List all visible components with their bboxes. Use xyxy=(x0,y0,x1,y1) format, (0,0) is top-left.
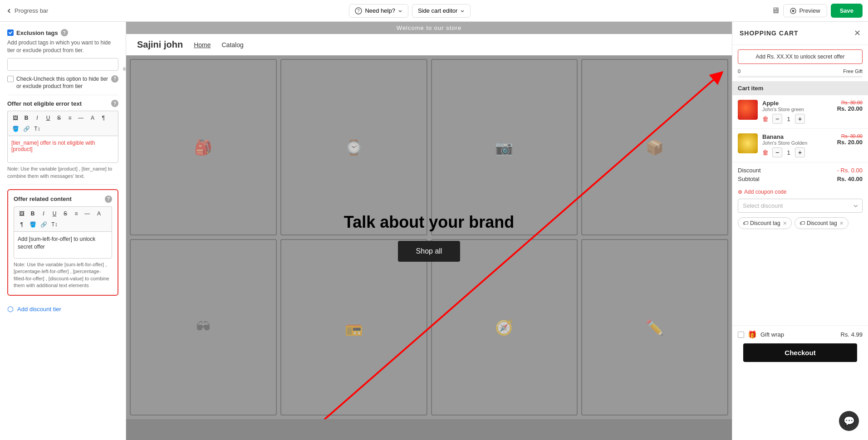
add-discount-tier-button[interactable]: ⬡ Add discount tier xyxy=(7,301,118,317)
sketch-compass: 🧭 xyxy=(431,239,578,416)
offer-text-editor[interactable]: Add [sum-left-for-offer] to unlock secre… xyxy=(14,231,112,259)
hero-text: Talk about your brand Shop all xyxy=(344,213,514,262)
hero-shop-all-button[interactable]: Shop all xyxy=(398,241,461,262)
toolbar-image-btn[interactable]: 🖼 xyxy=(10,113,20,123)
apple-pricing: Rs. 30.00 Rs. 20.00 xyxy=(837,100,863,112)
offer-toolbar-para-btn[interactable]: ¶ xyxy=(17,220,27,230)
toolbar-align-btn[interactable]: ≡ xyxy=(65,113,75,123)
checkout-button[interactable]: Checkout xyxy=(743,343,857,362)
tag-1-close[interactable]: × xyxy=(783,220,787,227)
welcome-banner: Welcome to our store xyxy=(126,22,732,34)
banana-img-visual xyxy=(738,133,758,153)
back-button[interactable]: Progress bar xyxy=(5,7,48,15)
apple-item-qty: 🗑 − 1 + xyxy=(762,114,833,124)
discount-tag-2[interactable]: 🏷 Discount tag × xyxy=(794,217,848,229)
progress-left: 0 xyxy=(738,68,740,74)
apple-qty-num: 1 xyxy=(784,116,793,122)
progress-labels: 0 Free Gift xyxy=(738,68,863,74)
sketch-misc: 📦 xyxy=(581,59,728,235)
apple-item-store: John's Store green xyxy=(762,107,833,112)
discount-tag-1[interactable]: 🏷 Discount tag × xyxy=(738,217,792,229)
offer-toolbar-t-btn[interactable]: T↕ xyxy=(49,220,59,230)
cart-item-banana: Banana John's Store Golden 🗑 − 1 + Rs. 3… xyxy=(732,129,868,162)
tag-2-close[interactable]: × xyxy=(840,220,843,227)
offer-toolbar-align-btn[interactable]: ≡ xyxy=(71,209,81,219)
toolbar-bold-btn[interactable]: B xyxy=(21,113,31,123)
sketch-glasses: 🕶 xyxy=(130,239,277,416)
banana-trash-icon[interactable]: 🗑 xyxy=(762,149,769,156)
banana-qty-decrease[interactable]: − xyxy=(772,147,782,157)
left-panel: Exclusion tags ? Add product tags in whi… xyxy=(0,22,126,440)
cart-totals: Discount - Rs. 0.00 Subtotal Rs. 40.00 xyxy=(732,162,868,189)
nav-catalog-link[interactable]: Catalog xyxy=(221,41,243,49)
cart-title: SHOPPING CART xyxy=(740,29,799,37)
offer-toolbar-color-btn[interactable]: A xyxy=(94,209,104,219)
toolbar-strike-btn[interactable]: S xyxy=(54,113,64,123)
preview-button[interactable]: Preview xyxy=(783,4,827,17)
apple-trash-icon[interactable]: 🗑 xyxy=(762,115,769,122)
topbar-left: Progress bar xyxy=(5,7,48,15)
add-coupon-button[interactable]: ⊕ Add coupon code xyxy=(738,189,863,195)
apple-qty-decrease[interactable]: − xyxy=(772,114,782,124)
chat-bubble-button[interactable]: 💬 xyxy=(839,411,859,431)
offer-error-title: Offer not eligible error text xyxy=(7,100,82,107)
exclusion-tags-help[interactable]: ? xyxy=(61,29,68,36)
discount-select[interactable]: Select discount xyxy=(738,199,863,213)
hero-area: 🎒 ⌚ 📷 📦 🕶 📻 🧭 ✏️ xyxy=(126,55,732,419)
exclusion-tags-checkbox[interactable] xyxy=(7,29,14,36)
banana-new-price: Rs. 20.00 xyxy=(837,139,863,146)
offer-error-help[interactable]: ? xyxy=(111,100,118,107)
offer-toolbar-underline-btn[interactable]: U xyxy=(49,209,59,219)
toolbar-color-btn[interactable]: A xyxy=(88,113,98,123)
banana-qty-increase[interactable]: + xyxy=(795,147,805,157)
preview-label: Preview xyxy=(799,7,820,14)
offer-toolbar-link-btn[interactable]: 🔗 xyxy=(39,220,49,230)
error-text-note: Note: Use the variable [product] , [tier… xyxy=(7,166,118,180)
offer-toolbar-strike-btn[interactable]: S xyxy=(60,209,70,219)
checkout-label: Checkout xyxy=(785,349,815,357)
add-discount-tier-label: Add discount tier xyxy=(17,306,61,313)
toolbar-italic-btn[interactable]: I xyxy=(32,113,42,123)
welcome-text: Welcome to our store xyxy=(397,24,461,31)
offer-text-toolbar: 🖼 B I U S ≡ — A ¶ 🪣 🔗 T↕ xyxy=(14,206,112,231)
offer-toolbar-italic-btn[interactable]: I xyxy=(39,209,49,219)
toolbar-t-btn[interactable]: T↕ xyxy=(32,124,42,134)
toolbar-fill-btn[interactable]: 🪣 xyxy=(10,124,20,134)
offer-error-header: Offer not eligible error text ? xyxy=(7,100,118,107)
cart-item-apple: Apple John's Store green 🗑 − 1 + Rs. 30.… xyxy=(732,95,868,129)
toolbar-hr-btn[interactable]: — xyxy=(76,113,86,123)
gift-wrap-price: Rs. 4.99 xyxy=(841,331,863,338)
cart-close-button[interactable]: ✕ xyxy=(854,28,861,38)
monitor-icon[interactable]: 🖥 xyxy=(771,6,780,15)
exclusion-tags-input[interactable] xyxy=(7,58,118,71)
sketch-camera: 📷 xyxy=(431,59,578,235)
check-uncheck-help[interactable]: ? xyxy=(111,75,118,83)
side-cart-editor-label: Side cart editor xyxy=(418,7,457,14)
check-uncheck-row: Check-Uncheck this option to hide tier o… xyxy=(7,75,118,91)
coupon-area: ⊕ Add coupon code Select discount xyxy=(732,189,868,217)
banana-qty-num: 1 xyxy=(784,149,793,156)
discount-row: Discount - Rs. 0.00 xyxy=(738,167,863,174)
offer-related-help[interactable]: ? xyxy=(105,196,112,203)
offer-toolbar-fill-btn[interactable]: 🪣 xyxy=(28,220,38,230)
topbar-center: ? Need help? Side cart editor xyxy=(54,4,766,18)
side-cart-editor-button[interactable]: Side cart editor xyxy=(412,4,471,18)
offer-toolbar-bold-btn[interactable]: B xyxy=(28,209,38,219)
gift-wrap-checkbox[interactable] xyxy=(738,332,744,338)
error-text-editor[interactable]: [tier_name] offer is not eligible with [… xyxy=(7,136,118,163)
sketch-radio: 📻 xyxy=(280,239,427,416)
save-button[interactable]: Save xyxy=(831,4,863,18)
nav-home-link[interactable]: Home xyxy=(194,41,211,49)
need-help-button[interactable]: ? Need help? xyxy=(349,4,408,18)
apple-qty-increase[interactable]: + xyxy=(795,114,805,124)
offer-toolbar-hr-btn[interactable]: — xyxy=(82,209,92,219)
add-coupon-icon: ⊕ xyxy=(738,189,742,195)
check-uncheck-checkbox[interactable] xyxy=(7,76,14,82)
toolbar-para-btn[interactable]: ¶ xyxy=(98,113,108,123)
offer-related-note: Note: Use the variable [sum-left-for-off… xyxy=(14,261,112,289)
offer-text-content: Add [sum-left-for-offer] to unlock secre… xyxy=(18,236,95,250)
toolbar-link-btn[interactable]: 🔗 xyxy=(21,124,31,134)
toolbar-underline-btn[interactable]: U xyxy=(43,113,53,123)
svg-text:?: ? xyxy=(357,9,360,14)
offer-toolbar-image-btn[interactable]: 🖼 xyxy=(17,209,27,219)
